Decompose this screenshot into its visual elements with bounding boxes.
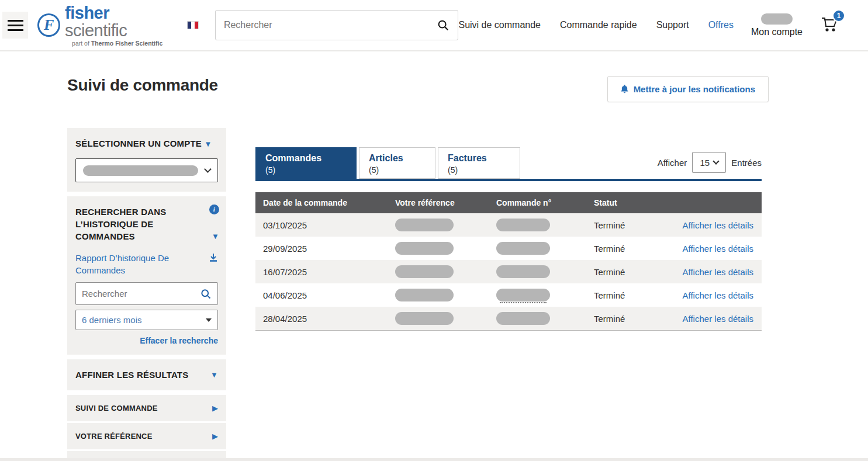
reference-redacted [395,265,454,278]
global-search [215,10,459,40]
page-size-select[interactable]: 15 [692,152,726,173]
account-label: Mon compte [751,27,803,37]
page-size-prefix: Afficher [658,158,687,168]
reference-redacted [395,242,454,255]
select-account-section: SÉLECTIONNER UN COMPTE ▼ [67,128,226,192]
results-tabs: Commandes (5) Articles (5) Factures (5) … [255,147,762,179]
col-order-no: Commande n° [489,198,586,207]
tab-articles[interactable]: Articles (5) [359,147,435,179]
status-label: Terminé [586,267,666,277]
order-no-redacted [496,312,550,325]
chevron-right-icon: ▶ [212,432,218,441]
search-icon[interactable] [200,288,212,300]
tab-commandes[interactable]: Commandes (5) [255,147,357,179]
status-label: Terminé [586,314,666,324]
order-no-redacted [496,219,550,231]
footer-edge [0,458,868,461]
col-status: Statut [586,198,666,207]
table-row: 16/07/2025 Terminé Afficher les détails [255,260,762,283]
reference-redacted [395,219,454,231]
col-date: Date de la commande [255,198,388,207]
french-flag-icon[interactable] [187,21,199,29]
filter-your-reference[interactable]: VOTRE RÉFÉRENCE ▶ [67,423,226,449]
chevron-down-icon: ▼ [212,230,219,242]
top-header: F fisher scientific part of Thermo Fishe… [0,0,868,51]
col-reference: Votre référence [388,198,489,207]
order-history-report-link[interactable]: Rapport D’historique De Commandes [75,252,218,276]
period-select[interactable]: 6 derniers mois [75,310,218,330]
page-size-control: Afficher 15 Entrées [658,152,762,173]
chevron-right-icon: ▶ [212,404,218,413]
results-content: Commandes (5) Articles (5) Factures (5) … [255,128,762,461]
tab-underline [255,179,762,181]
cart-badge: 1 [832,9,845,22]
filters-sidebar: SÉLECTIONNER UN COMPTE ▼ RECHERCHER DANS… [67,128,226,461]
account-value-redacted [83,165,198,176]
refine-results-section: AFFINER LES RÉSULTATS ▼ [67,359,226,390]
order-history-search-section: RECHERCHER DANS L’HISTORIQUE DE COMMANDE… [67,196,226,355]
account-select[interactable] [75,158,218,182]
page-title: Suivi de commande [67,76,218,95]
status-label: Terminé [586,290,666,300]
view-details-link[interactable]: Afficher les détails [683,267,753,277]
chevron-down-icon: ▼ [204,140,212,148]
select-account-header[interactable]: SÉLECTIONNER UN COMPTE ▼ [75,137,218,150]
logo-tagline: part of Thermo Fisher Scientific [65,40,172,47]
order-history-header[interactable]: RECHERCHER DANS L’HISTORIQUE DE COMMANDE… [75,206,218,242]
clear-search-link[interactable]: Effacer la recherche [75,336,218,345]
fisher-scientific-logo[interactable]: F fisher scientific part of Thermo Fishe… [37,4,171,47]
history-search-input[interactable] [82,289,200,299]
cart-button[interactable]: 1 [820,15,840,36]
table-row: 03/10/2025 Terminé Afficher les détails [255,213,762,237]
table-bottom-border [255,330,762,331]
orders-table: Date de la commande Votre référence Comm… [255,192,762,331]
page-size-suffix: Entrées [731,158,762,168]
global-search-input[interactable] [224,20,437,30]
chevron-down-icon [713,158,719,164]
page-body: Suivi de commande Mettre à jour les noti… [0,76,868,461]
view-details-link[interactable]: Afficher les détails [683,290,753,300]
filter-order-tracking[interactable]: SUIVI DE COMMANDE ▶ [67,395,226,421]
view-details-link[interactable]: Afficher les détails [683,314,753,324]
chevron-down-icon [204,165,212,173]
main-nav: Suivi de commande Commande rapide Suppor… [458,20,733,30]
bell-icon [621,85,628,93]
reference-redacted [395,312,454,325]
update-notifications-button[interactable]: Mettre à jour les notifications [607,76,769,102]
table-row: 04/06/2025 Terminé Afficher les détails [255,283,762,307]
logo-wordmark: fisher scientific [65,4,172,39]
logo-monogram-icon: F [37,13,60,37]
nav-order-tracking[interactable]: Suivi de commande [458,20,541,30]
refine-results-header[interactable]: AFFINER LES RÉSULTATS ▼ [75,369,218,381]
history-search [75,282,218,305]
account-name-redacted [761,13,793,25]
order-no-redacted [496,242,550,255]
orders-table-header: Date de la commande Votre référence Comm… [255,192,762,213]
order-no-redacted [496,265,550,278]
menu-icon[interactable] [2,12,28,39]
nav-quick-order[interactable]: Commande rapide [560,20,637,30]
status-label: Terminé [586,220,666,230]
chevron-down-icon [206,318,212,322]
view-details-link[interactable]: Afficher les détails [683,244,753,254]
table-row: 28/04/2025 Terminé Afficher les détails [255,307,762,330]
info-icon[interactable]: i [209,204,219,214]
account-menu[interactable]: Mon compte [751,13,803,37]
reference-redacted [395,289,454,301]
status-label: Terminé [586,244,666,254]
order-no-redacted [496,289,550,301]
download-icon[interactable] [209,253,218,262]
search-icon[interactable] [437,19,449,32]
nav-offers[interactable]: Offres [708,20,734,30]
nav-support[interactable]: Support [656,20,689,30]
chevron-down-icon: ▼ [210,369,218,381]
view-details-link[interactable]: Afficher les détails [683,220,753,230]
tab-factures[interactable]: Factures (5) [438,147,520,179]
table-row: 29/09/2025 Terminé Afficher les détails [255,237,762,260]
